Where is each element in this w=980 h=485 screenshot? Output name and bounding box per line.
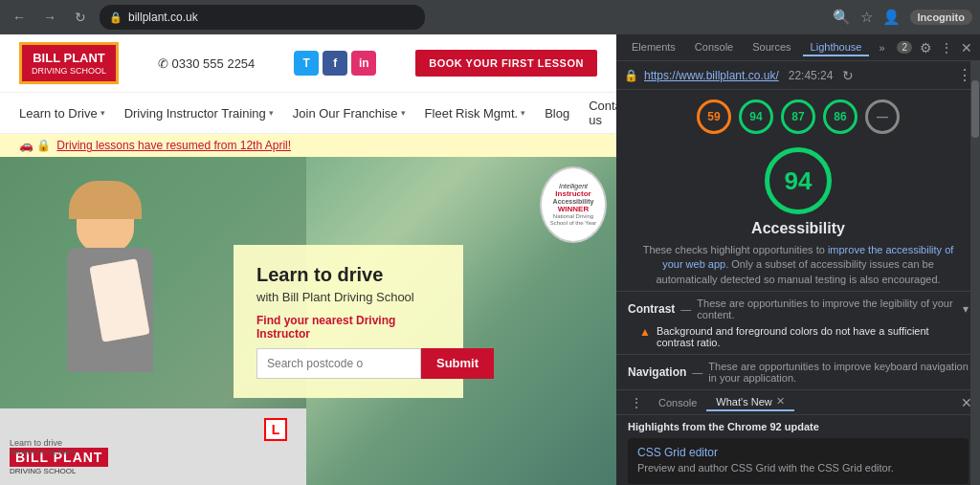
browser-right-icons: 🔍 ☆ 👤 Incognito (833, 9, 973, 26)
back-button[interactable]: ← (8, 6, 31, 29)
twitter-icon[interactable]: T (294, 51, 319, 76)
dt-tab-console[interactable]: Console (687, 39, 741, 56)
score-seo-value: 86 (834, 110, 846, 123)
award-winner-text: WINNER (558, 205, 589, 213)
search-icon[interactable]: 🔍 (833, 9, 851, 26)
site-logo: BILL PLANT DRIVING SCHOOL (19, 42, 119, 84)
dt-url-text[interactable]: https://www.billplant.co.uk/ (644, 69, 779, 82)
nav-learn-to-drive[interactable]: Learn to Drive ▾ (19, 106, 105, 121)
nav-instructor-arrow: ▾ (269, 108, 274, 118)
nav-blog[interactable]: Blog (545, 106, 569, 121)
logo-line1: BILL PLANT (32, 51, 106, 66)
lighthouse-scores: 59 94 87 86 — (616, 90, 980, 140)
devtools-scrollbar[interactable] (970, 61, 980, 485)
hero-title: Learn to drive (256, 264, 440, 286)
dt-tab-elements[interactable]: Elements (624, 39, 683, 56)
award-instructor-text: Instructor (555, 189, 590, 198)
dt-vertical-dots[interactable]: ⋮ (940, 40, 953, 55)
site-header: BILL PLANT DRIVING SCHOOL ✆ 0330 555 225… (0, 34, 616, 93)
submit-button[interactable]: Submit (421, 348, 494, 379)
star-icon[interactable]: ☆ (860, 9, 873, 26)
nav-fleet[interactable]: Fleet Risk Mgmt. ▾ (425, 106, 526, 121)
big-score-title: Accessibility (751, 220, 845, 237)
nav-instructor-training[interactable]: Driving Instructor Training ▾ (124, 106, 274, 121)
instagram-icon[interactable]: in (351, 51, 376, 76)
whats-new-label: What's New (716, 396, 771, 408)
contrast-expand-icon[interactable]: ▾ (963, 302, 969, 316)
navigation-audit-section: Navigation — These are opportunities to … (616, 354, 980, 389)
person-hair (69, 181, 142, 219)
dt-badge: 2 (897, 41, 912, 54)
contrast-audit-item: ▲ Background and foreground colors do no… (628, 320, 969, 348)
nav-learn-arrow: ▾ (100, 108, 105, 118)
navigation-audit-header[interactable]: Navigation — These are opportunities to … (628, 361, 969, 384)
phone-contact: ✆ 0330 555 2254 (158, 56, 255, 71)
console-highlight-text: Highlights from the Chrome 92 update (628, 421, 969, 432)
dt-reload-icon[interactable]: ↻ (842, 68, 854, 83)
book-lesson-button[interactable]: BOOK YOUR FIRST LESSON (415, 50, 597, 77)
score-seo[interactable]: 86 (823, 99, 858, 134)
nav-franchise-label: Join Our Franchise (293, 106, 398, 121)
score-pwa[interactable]: — (865, 99, 900, 134)
dt-close-icon[interactable]: ✕ (961, 40, 972, 55)
contrast-dash: — (680, 303, 691, 315)
css-grid-title[interactable]: CSS Grid editor (637, 446, 959, 459)
score-accessibility[interactable]: 94 (739, 99, 773, 134)
scrollbar-thumb[interactable] (971, 80, 979, 138)
dt-more-tabs[interactable]: » (873, 40, 890, 55)
navigation-label: Navigation (628, 365, 686, 379)
audit-warning-icon: ▲ (639, 325, 651, 339)
main-layout: BILL PLANT DRIVING SCHOOL ✆ 0330 555 225… (0, 34, 980, 485)
car-learn-text: Learn to drive billplant.co.uk/learn (10, 438, 75, 456)
console-tabs-bar: ⋮ Console What's New ✕ ✕ (616, 390, 980, 415)
contrast-desc: These are opportunities to improve the l… (697, 298, 957, 320)
facebook-icon[interactable]: f (323, 51, 347, 76)
hero-search: Submit (256, 348, 440, 379)
dt-url-bar: 🔒 https://www.billplant.co.uk/ 22:45:24 … (616, 61, 980, 90)
dt-timestamp: 22:45:24 (789, 69, 834, 82)
console-tab-whatsnew[interactable]: What's New ✕ (706, 393, 793, 411)
hero-find-text: Find your nearest Driving Instructor (256, 314, 440, 341)
nav-fleet-label: Fleet Risk Mgmt. (425, 106, 519, 121)
nav-contact[interactable]: Contact us (589, 99, 616, 127)
score-best-practices-value: 87 (791, 110, 804, 123)
console-tab-console[interactable]: Console (649, 395, 706, 410)
nav-franchise[interactable]: Join Our Franchise ▾ (293, 106, 406, 121)
hero-subtitle: with Bill Plant Driving School (256, 290, 440, 304)
dt-tab-lighthouse[interactable]: Lighthouse (803, 39, 870, 56)
accessibility-link[interactable]: improve the accessibility of your web ap… (662, 244, 953, 270)
incognito-badge: Incognito (910, 10, 973, 25)
dt-tab-sources[interactable]: Sources (745, 39, 798, 56)
nav-instructor-label: Driving Instructor Training (124, 106, 266, 121)
car-body: BILL PLANT DRIVING SCHOOL Learn to drive… (0, 408, 306, 485)
browser-chrome: ← → ↻ 🔒 billplant.co.uk 🔍 ☆ 👤 Incognito (0, 0, 980, 34)
score-accessibility-value: 94 (749, 110, 762, 123)
award-year-text: Accessibility (553, 198, 594, 205)
announcement-bar: 🚗 🔒 Driving lessons have resumed from 12… (0, 134, 616, 157)
contrast-audit-header[interactable]: Contrast — These are opportunities to im… (628, 298, 969, 320)
nav-franchise-arrow: ▾ (401, 108, 406, 118)
score-performance[interactable]: 59 (697, 99, 731, 134)
phone-number[interactable]: ✆ 0330 555 2254 (158, 56, 255, 71)
refresh-button[interactable]: ↻ (69, 6, 92, 29)
award-badge: Intelligent Instructor Accessibility WIN… (540, 166, 607, 243)
nav-blog-label: Blog (545, 106, 569, 121)
css-grid-content: CSS Grid editor Preview and author CSS G… (637, 446, 959, 475)
dt-settings-icon[interactable]: ⚙ (920, 40, 932, 55)
dt-lock-icon: 🔒 (624, 69, 638, 82)
postcode-search-input[interactable] (256, 348, 421, 379)
css-grid-card: CSS Grid editor Preview and author CSS G… (628, 438, 969, 483)
score-pwa-value: — (877, 110, 888, 123)
forward-button[interactable]: → (38, 6, 61, 29)
user-icon[interactable]: 👤 (882, 9, 901, 26)
announcement-text[interactable]: Driving lessons have resumed from 12th A… (56, 139, 291, 152)
navigation-dash: — (692, 366, 702, 378)
score-best-practices[interactable]: 87 (781, 99, 815, 134)
contrast-audit-section: Contrast — These are opportunities to im… (616, 291, 980, 354)
whats-new-close[interactable]: ✕ (776, 395, 785, 408)
address-bar[interactable]: 🔒 billplant.co.uk (100, 5, 425, 30)
console-menu-icon[interactable]: ⋮ (624, 395, 649, 410)
console-content: Highlights from the Chrome 92 update CSS… (616, 415, 980, 485)
big-score-container: 94 Accessibility These checks highlight … (616, 140, 980, 291)
devtools-panel: Elements Console Sources Lighthouse » 2 … (616, 34, 980, 485)
